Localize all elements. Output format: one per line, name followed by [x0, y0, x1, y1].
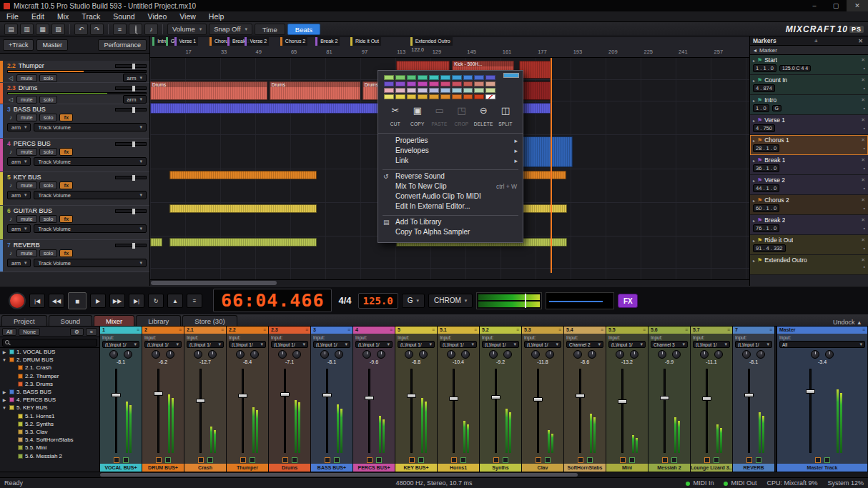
track-volume-slider[interactable] — [115, 176, 147, 179]
strip-number-tab[interactable]: 5.6≡ — [648, 327, 690, 334]
delete-marker-icon[interactable]: ✕ — [861, 97, 865, 103]
color-swatch[interactable] — [384, 94, 394, 99]
mute-button[interactable] — [578, 457, 583, 463]
fader-track[interactable] — [748, 369, 750, 453]
solo-button[interactable]: solo — [39, 181, 58, 189]
audio-clip[interactable] — [169, 171, 317, 179]
color-swatch[interactable] — [452, 75, 462, 80]
track-name[interactable]: KEY BUS — [14, 174, 41, 181]
midi-out-indicator[interactable]: MIDI Out — [724, 479, 756, 487]
midi-keyboard-icon[interactable]: ♪ — [144, 24, 158, 35]
marker-badges[interactable]: 125.0 C 4 4 — [779, 65, 811, 71]
fader-handle[interactable] — [449, 397, 458, 401]
solo-button[interactable] — [756, 457, 761, 463]
go-to-end-button[interactable]: ▶| — [129, 294, 144, 308]
input-select[interactable]: (L)Input 1/ ▾ — [187, 341, 224, 348]
mute-button[interactable]: mute — [16, 74, 37, 82]
color-swatch[interactable] — [418, 88, 428, 93]
add-subtrack-icon[interactable]: + — [425, 465, 428, 470]
collapse-panel-icon[interactable]: « — [86, 328, 97, 336]
key-select[interactable]: G ▾ — [402, 294, 425, 308]
strip-name-label[interactable]: Crash — [184, 464, 226, 472]
fader-db-value[interactable]: -11.1 — [691, 359, 732, 366]
fader-db-value[interactable]: -10.4 — [438, 359, 479, 366]
expand-icon[interactable]: ▸ — [753, 238, 755, 243]
color-swatch[interactable] — [440, 75, 450, 80]
pan-knob[interactable] — [109, 350, 118, 359]
marker-position[interactable]: 1 . 1 . 0 — [753, 64, 776, 72]
fx-button[interactable]: fx — [59, 114, 73, 121]
menu-item[interactable]: Video — [142, 11, 174, 22]
fader-handle[interactable] — [744, 393, 754, 397]
fader-track[interactable] — [664, 369, 666, 453]
marker-name[interactable]: Verse 2 — [764, 176, 785, 184]
select-none-button[interactable]: None — [19, 328, 40, 336]
send-knob[interactable] — [335, 350, 343, 359]
marker-row[interactable]: ▸ ⚑ Break 2 ✕ 76 . 1 . 0 ▪ — [750, 215, 868, 235]
arm-select[interactable]: arm▾ — [7, 259, 31, 267]
delete-marker-icon[interactable]: ✕ — [861, 117, 865, 123]
timeline-horizontal-scrollbar[interactable] — [150, 279, 749, 286]
lock-icon[interactable]: ▪ — [864, 186, 865, 191]
color-swatch[interactable] — [474, 88, 484, 93]
menu-item[interactable]: Sound — [107, 11, 141, 22]
marker-row[interactable]: ▸ ⚑ Start ✕ 1 . 1 . 0 125.0 C 4 4 ▪ — [750, 55, 868, 75]
audio-clip[interactable] — [169, 238, 317, 247]
fader-db-value[interactable]: -9.9 — [648, 359, 690, 366]
solo-button[interactable] — [671, 457, 677, 463]
lock-icon[interactable]: ▪ — [864, 86, 865, 91]
menu-item[interactable]: Mix — [51, 11, 75, 22]
color-swatch[interactable] — [474, 94, 484, 99]
strip-number-tab[interactable]: Master≡ — [777, 327, 867, 334]
color-swatch[interactable] — [395, 94, 405, 99]
audio-clip[interactable]: Drums — [270, 81, 360, 100]
send-knob[interactable] — [756, 350, 765, 359]
strip-name-label[interactable]: Messiah 2 — [648, 464, 690, 472]
pan-knob[interactable] — [320, 350, 329, 359]
strip-number-tab[interactable]: 7≡ — [733, 327, 774, 334]
midi-in-indicator[interactable]: MIDI In — [686, 479, 714, 487]
strip-number-tab[interactable]: 3≡ — [311, 327, 352, 334]
pan-knob[interactable] — [700, 350, 709, 359]
tree-item[interactable]: 2.3. Drums — [0, 380, 99, 388]
track-volume-slider[interactable] — [115, 86, 147, 90]
marker-name[interactable]: Extended Outro — [764, 257, 807, 264]
expand-icon[interactable]: ▸ — [753, 178, 755, 183]
tree-item[interactable]: ▼ 2. DRUM BUS — [0, 356, 99, 364]
expand-icon[interactable]: ▸ — [753, 158, 755, 163]
color-swatch[interactable] — [418, 75, 428, 80]
solo-button[interactable] — [123, 457, 129, 463]
add-subtrack-icon[interactable]: + — [175, 465, 178, 470]
send-knob[interactable] — [630, 350, 638, 359]
mute-button[interactable] — [704, 457, 710, 463]
marker-name[interactable]: Break 2 — [764, 216, 785, 224]
marker-row[interactable]: ▸ ⚑ Chorus 1 ✕ 28 . 1 . 0 ▪ — [750, 135, 868, 155]
expand-icon[interactable]: ▸ — [753, 198, 755, 203]
send-knob[interactable] — [250, 350, 259, 359]
automation-parameter-select[interactable]: Track Volume▾ — [34, 191, 147, 199]
open-project-icon[interactable]: ▥ — [20, 24, 34, 35]
strip-name-label[interactable]: Synths — [480, 464, 521, 472]
send-knob[interactable] — [419, 350, 428, 359]
section-marker-flag[interactable]: Break 2 — [315, 37, 340, 46]
fader-track[interactable] — [579, 369, 581, 453]
input-select[interactable]: Channel 2 ▾ — [566, 341, 603, 348]
track-header[interactable]: 3 BASS BUS ◁ mute solo — [0, 104, 149, 139]
color-swatch[interactable] — [474, 81, 484, 86]
color-swatch[interactable] — [452, 81, 462, 86]
color-swatch[interactable] — [485, 94, 495, 99]
lock-icon[interactable]: ▪ — [864, 226, 865, 231]
arm-select[interactable]: arm▾ — [7, 123, 31, 131]
delete-marker-icon[interactable]: ✕ — [861, 237, 865, 243]
tempo-change-marker[interactable]: 122.0 — [411, 47, 424, 52]
marker-position[interactable]: 91 . 4 . 332 — [753, 244, 786, 252]
color-swatch[interactable] — [463, 88, 473, 93]
pan-knob[interactable] — [363, 350, 371, 359]
solo-button[interactable]: solo — [39, 114, 58, 121]
track-header[interactable]: 6 GUITAR BUS ◁ mute solo — [0, 206, 149, 240]
solo-button[interactable]: solo — [39, 74, 58, 82]
input-select[interactable]: (L)Input 1/ ▾ — [229, 341, 266, 348]
track-name[interactable]: Drums — [19, 84, 38, 91]
select-all-button[interactable]: All — [2, 328, 16, 336]
fader-db-value[interactable]: -11.8 — [522, 359, 563, 366]
